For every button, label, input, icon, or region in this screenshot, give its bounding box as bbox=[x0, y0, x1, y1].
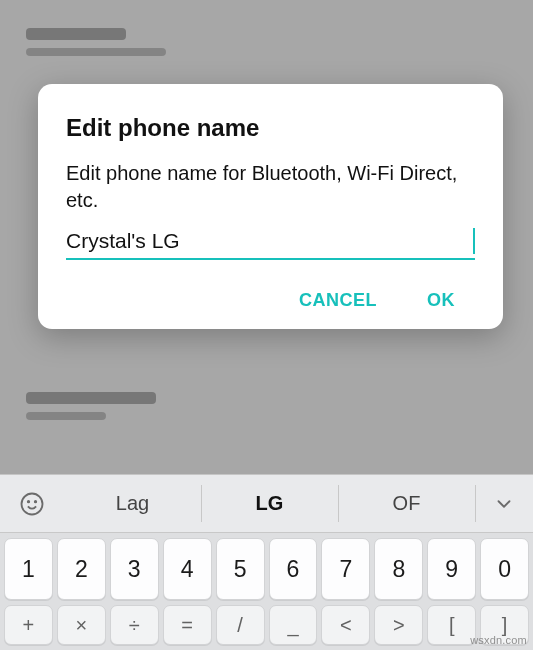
number-key-row: 1 2 3 4 5 6 7 8 9 0 bbox=[0, 533, 533, 605]
key-divide[interactable]: ÷ bbox=[110, 605, 159, 645]
ok-button[interactable]: OK bbox=[427, 290, 455, 311]
key-equals[interactable]: = bbox=[163, 605, 212, 645]
suggestion-1[interactable]: Lag bbox=[64, 475, 201, 532]
edit-phone-name-dialog: Edit phone name Edit phone name for Blue… bbox=[38, 84, 503, 329]
key-times[interactable]: × bbox=[57, 605, 106, 645]
watermark: wsxdn.com bbox=[470, 634, 527, 646]
svg-point-1 bbox=[28, 500, 29, 501]
suggestion-row: Lag LG OF bbox=[0, 475, 533, 533]
key-2[interactable]: 2 bbox=[57, 538, 106, 600]
expand-suggestions-button[interactable] bbox=[475, 475, 533, 532]
phone-name-input-wrap[interactable]: Crystal's LG bbox=[66, 228, 475, 260]
suggestion-2[interactable]: LG bbox=[201, 475, 338, 532]
text-caret bbox=[473, 228, 475, 254]
key-9[interactable]: 9 bbox=[427, 538, 476, 600]
emoji-toggle-icon[interactable] bbox=[0, 475, 64, 532]
suggestion-3[interactable]: OF bbox=[338, 475, 475, 532]
key-7[interactable]: 7 bbox=[321, 538, 370, 600]
key-1[interactable]: 1 bbox=[4, 538, 53, 600]
svg-point-2 bbox=[35, 500, 36, 501]
key-lt[interactable]: < bbox=[321, 605, 370, 645]
key-5[interactable]: 5 bbox=[216, 538, 265, 600]
on-screen-keyboard: Lag LG OF 1 2 3 4 5 6 7 8 9 0 + × ÷ = / … bbox=[0, 474, 533, 650]
key-3[interactable]: 3 bbox=[110, 538, 159, 600]
key-0[interactable]: 0 bbox=[480, 538, 529, 600]
key-underscore[interactable]: _ bbox=[269, 605, 318, 645]
key-4[interactable]: 4 bbox=[163, 538, 212, 600]
cancel-button[interactable]: CANCEL bbox=[299, 290, 377, 311]
operator-key-row: + × ÷ = / _ < > [ ] bbox=[0, 605, 533, 650]
phone-name-input[interactable]: Crystal's LG bbox=[66, 229, 471, 253]
key-6[interactable]: 6 bbox=[269, 538, 318, 600]
dialog-actions: CANCEL OK bbox=[66, 284, 475, 311]
key-slash[interactable]: / bbox=[216, 605, 265, 645]
dialog-title: Edit phone name bbox=[66, 114, 475, 142]
dialog-description: Edit phone name for Bluetooth, Wi-Fi Dir… bbox=[66, 160, 475, 214]
key-plus[interactable]: + bbox=[4, 605, 53, 645]
chevron-down-icon bbox=[493, 493, 515, 515]
key-gt[interactable]: > bbox=[374, 605, 423, 645]
key-8[interactable]: 8 bbox=[374, 538, 423, 600]
key-lbracket[interactable]: [ bbox=[427, 605, 476, 645]
